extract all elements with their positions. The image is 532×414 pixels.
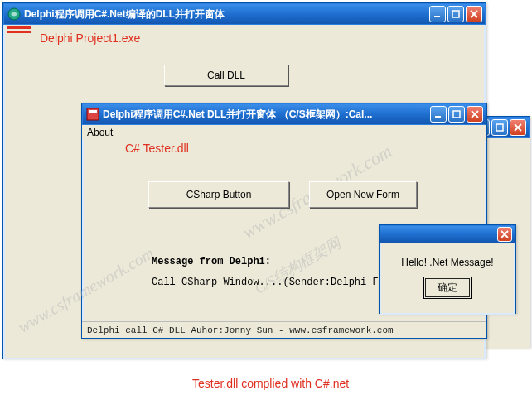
main-minimize-button[interactable] [429,6,446,22]
main-titlebar[interactable]: Delphi程序调用C#.Net编译的DLL并打开窗体 [3,3,486,25]
msgbox-text: Hello! .Net Message! [381,243,514,278]
child-close-button[interactable] [467,106,483,123]
child-window-title: Delphi程序调用C#.Net DLL并打开窗体 （C/S框架网）:Cal..… [103,108,430,122]
child-statusbar: Delphi call C# DLL Auhor:Jonny Sun - www… [82,321,486,338]
bg-maximize-button[interactable] [491,119,508,136]
msgbox-close-button[interactable] [497,227,512,242]
main-close-button[interactable] [466,6,482,22]
svg-rect-4 [452,11,459,17]
csharp-button[interactable]: CSharp Button [148,181,289,208]
annotation-footer: Tester.dll complied with C#.net [192,377,349,390]
call-dll-button[interactable]: Call DLL [164,65,288,86]
child-menubar: About [82,125,486,140]
message-body: Call CSharp Window....(Sender:Delphi For… [152,277,402,288]
main-maximize-button[interactable] [447,6,464,22]
messagebox: Hello! .Net Message! 确定 [379,224,516,314]
menu-about[interactable]: About [87,127,113,138]
msgbox-client: Hello! .Net Message! 确定 [380,243,515,315]
delphi-app-icon [7,7,21,21]
svg-rect-3 [434,16,440,17]
msgbox-titlebar[interactable] [380,225,515,243]
open-new-form-button[interactable]: Open New Form [309,181,417,208]
message-heading: Message from Delphi: [152,256,271,267]
svg-rect-8 [453,111,460,118]
svg-rect-1 [496,124,503,131]
msgbox-ok-button[interactable]: 确定 [425,278,470,297]
status-text: Delphi call C# DLL Auhor:Jonny Sun - www… [87,325,394,335]
annotation-child-label: C# Tester.dll [125,142,189,155]
child-maximize-button[interactable] [448,106,465,123]
child-minimize-button[interactable] [430,106,447,123]
child-titlebar[interactable]: Delphi程序调用C#.Net DLL并打开窗体 （C/S框架网）:Cal..… [82,104,486,125]
bg-close-button[interactable] [510,119,526,136]
svg-rect-6 [89,110,97,113]
svg-rect-7 [435,116,441,118]
annotation-underline-main [7,26,31,29]
main-window-title: Delphi程序调用C#.Net编译的DLL并打开窗体 [24,7,429,22]
dotnet-form-icon [86,108,99,121]
annotation-underline-main2 [7,31,31,33]
annotation-main-label: Delphi Project1.exe [40,31,140,45]
